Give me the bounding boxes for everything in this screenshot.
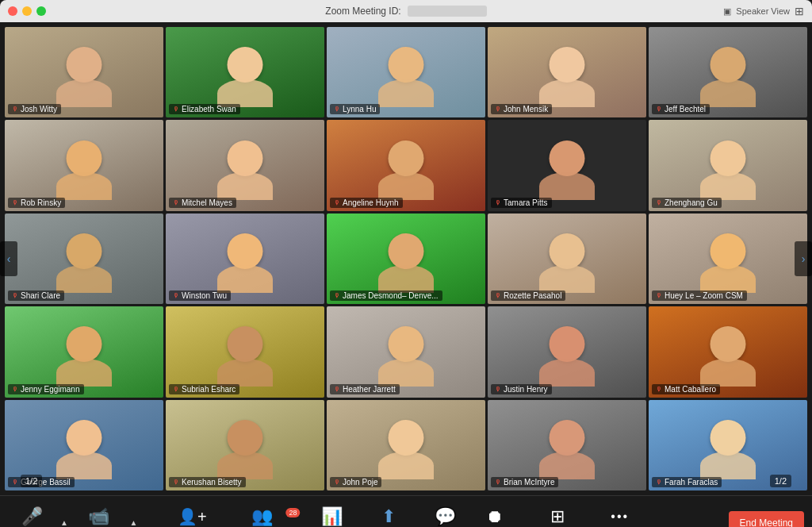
mute-caret[interactable]: ▲ [59, 515, 70, 527]
participant-name-9: 🎙Tamara Pitts [491, 198, 552, 208]
toolbar-left: 🎤 Mute ▲ 📹 Stop Video ▲ [8, 505, 139, 527]
video-cell-10: 🎙Zhenghang Gu [649, 120, 807, 210]
participant-mic-icon-2: 🎙 [173, 106, 179, 113]
participant-name-25: 🎙Farah Faraclas [652, 477, 722, 487]
chat-icon: 💬 [435, 508, 456, 525]
stop-video-button[interactable]: 📹 Stop Video [73, 505, 125, 527]
share-screen-button[interactable]: ⬆ Share Screen [358, 505, 420, 527]
record-button[interactable]: ⏺ Record [471, 505, 519, 527]
participant-name-2: 🎙Elizabeth Swan [169, 104, 240, 114]
more-button[interactable]: ••• More [596, 507, 644, 527]
toolbar-right: End Meeting [729, 511, 804, 528]
participant-name-14: 🎙Rozette Pasahol [491, 290, 565, 301]
prev-page-button[interactable]: ‹ [0, 241, 17, 276]
share-icon: ⬆ [381, 508, 396, 525]
participant-name-24: 🎙Brian McIntyre [491, 477, 558, 487]
participant-name-1: 🎙Josh Witty [8, 104, 61, 114]
video-icon: 📹 [88, 508, 109, 525]
end-meeting-button[interactable]: End Meeting [729, 511, 804, 528]
minimize-button[interactable] [22, 6, 32, 16]
participant-name-8: 🎙Angeline Huynh [330, 198, 403, 208]
video-bg-3: 🎙Lynna Hu [327, 27, 485, 117]
video-bg-24: 🎙Brian McIntyre [488, 400, 646, 490]
toolbar-center: 👤+ Invite 👥 Manage Participants 28 📊 Pol… [168, 505, 643, 527]
breakout-rooms-button[interactable]: ⊞ Breakout Rooms [520, 505, 595, 527]
participant-mic-icon-9: 🎙 [495, 199, 501, 206]
more-icon: ••• [611, 510, 629, 523]
next-page-button[interactable]: › [795, 241, 812, 276]
caret-up-icon2: ▲ [130, 518, 138, 527]
maximize-button[interactable] [36, 6, 46, 16]
polling-button[interactable]: 📊 Polling [308, 505, 356, 527]
page-indicator-left: 1/2 [21, 475, 42, 487]
participant-mic-icon-19: 🎙 [495, 386, 501, 393]
participant-mic-icon-8: 🎙 [334, 199, 340, 206]
participant-mic-icon-17: 🎙 [173, 386, 179, 393]
participant-name-22: 🎙Kerushan Bisetty [169, 477, 246, 487]
participant-count-badge: 28 [286, 508, 301, 517]
meeting-id-field[interactable] [408, 6, 487, 17]
participant-mic-icon-21: 🎙 [12, 479, 18, 486]
breakout-icon: ⊞ [550, 508, 565, 525]
record-icon: ⏺ [486, 508, 504, 525]
video-bg-22: 🎙Kerushan Bisetty [166, 400, 324, 490]
participant-mic-icon-18: 🎙 [334, 386, 340, 393]
participant-name-6: 🎙Rob Rinsky [8, 198, 65, 208]
video-cell-1: 🎙Josh Witty [5, 27, 163, 117]
participant-name-5: 🎙Jeff Bechtel [652, 104, 710, 114]
video-cell-19: 🎙Justin Henry [488, 306, 646, 397]
video-cell-11: 🎙Shari Clare [5, 213, 163, 304]
video-cell-20: 🎙Matt Caballero [649, 306, 807, 397]
video-bg-17: 🎙Subriah Esharc [166, 306, 324, 397]
title-bar: Zoom Meeting ID: ▣ Speaker View ⊞ [0, 0, 812, 22]
participant-name-10: 🎙Zhenghang Gu [652, 198, 722, 208]
participant-name-20: 🎙Matt Caballero [652, 384, 720, 394]
video-cell-9: 🎙Tamara Pitts [488, 120, 646, 210]
participant-name-23: 🎙John Poje [330, 477, 381, 487]
participant-name-3: 🎙Lynna Hu [330, 104, 380, 114]
participant-name-11: 🎙Shari Clare [8, 290, 64, 301]
video-bg-19: 🎙Justin Henry [488, 306, 646, 397]
video-bg-23: 🎙John Poje [327, 400, 485, 490]
participant-name-16: 🎙Jenny Eggimann [8, 384, 84, 394]
video-caret[interactable]: ▲ [128, 515, 140, 527]
video-cell-4: 🎙John Mensik [488, 27, 646, 117]
video-bg-16: 🎙Jenny Eggimann [5, 306, 163, 397]
participant-mic-icon-22: 🎙 [173, 479, 179, 486]
mic-icon: 🎤 [21, 508, 43, 525]
participant-mic-icon-4: 🎙 [495, 106, 501, 113]
participant-mic-icon-15: 🎙 [656, 292, 662, 299]
invite-icon: 👤+ [178, 509, 207, 525]
video-bg-9: 🎙Tamara Pitts [488, 120, 646, 210]
video-bg-1: 🎙Josh Witty [5, 27, 163, 117]
speaker-icon: ▣ [723, 6, 731, 17]
toolbar: 🎤 Mute ▲ 📹 Stop Video ▲ 👤+ Invite 👥 Mana… [0, 495, 812, 527]
video-bg-12: 🎙Winston Twu [166, 213, 324, 304]
participant-mic-icon-14: 🎙 [495, 292, 501, 299]
participant-name-4: 🎙John Mensik [491, 104, 552, 114]
manage-participants-button[interactable]: 👥 Manage Participants 28 [217, 505, 306, 527]
participant-name-13: 🎙James Desmond– Denve... [330, 290, 442, 301]
close-button[interactable] [8, 6, 17, 16]
video-area: 🎙Josh Witty🎙Elizabeth Swan🎙Lynna Hu🎙John… [0, 22, 812, 495]
video-cell-12: 🎙Winston Twu [166, 213, 324, 304]
participant-mic-icon-16: 🎙 [12, 386, 18, 393]
participant-mic-icon-20: 🎙 [656, 386, 662, 393]
video-grid: 🎙Josh Witty🎙Elizabeth Swan🎙Lynna Hu🎙John… [5, 27, 807, 490]
polling-icon: 📊 [321, 508, 343, 525]
video-cell-14: 🎙Rozette Pasahol [488, 213, 646, 304]
participant-mic-icon-23: 🎙 [334, 479, 340, 486]
video-cell-3: 🎙Lynna Hu [327, 27, 485, 117]
participant-mic-icon-11: 🎙 [12, 292, 18, 299]
video-bg-2: 🎙Elizabeth Swan [166, 27, 324, 117]
mute-button[interactable]: 🎤 Mute [8, 505, 56, 527]
chat-button[interactable]: 💬 Chat [422, 505, 469, 527]
video-cell-22: 🎙Kerushan Bisetty [166, 400, 324, 490]
video-bg-4: 🎙John Mensik [488, 27, 646, 117]
video-cell-24: 🎙Brian McIntyre [488, 400, 646, 490]
speaker-view-button[interactable]: ▣ Speaker View ⊞ [723, 5, 804, 17]
invite-button[interactable]: 👤+ Invite [168, 506, 216, 527]
video-cell-13: 🎙James Desmond– Denve... [327, 213, 485, 304]
speaker-view-label: Speaker View [736, 6, 790, 16]
title-bar-text: Zoom Meeting ID: [325, 6, 486, 17]
